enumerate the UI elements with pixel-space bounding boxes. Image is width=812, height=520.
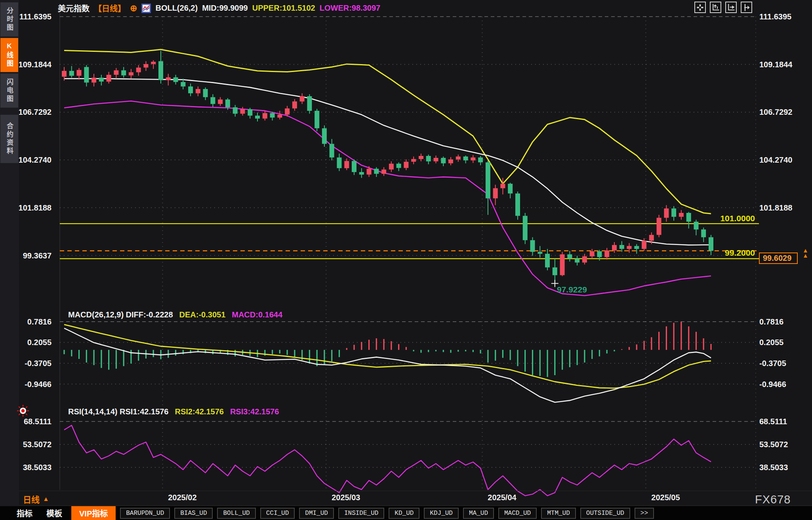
sidebar-item-2[interactable]: K线图 xyxy=(0,38,18,72)
rsi2-value: RSI2:42.1576 xyxy=(175,407,224,416)
y-axis-tick-left: -0.9466 xyxy=(15,380,51,389)
y-axis-tick-right: 101.8188 xyxy=(759,203,792,213)
tab-15[interactable]: OUTSIDE_UD xyxy=(580,508,630,519)
x-axis-month-label: 2025/04 xyxy=(488,493,516,502)
tab-9[interactable]: INSIDE_UD xyxy=(338,508,384,519)
tab-16[interactable]: >> xyxy=(635,508,654,519)
period-tag[interactable]: 【日线】 xyxy=(94,2,126,14)
macd-dea-value: DEA:-0.3051 xyxy=(179,310,226,319)
rsi-title: RSI(14,14,14) xyxy=(68,407,118,416)
y-axis-tick-left: 111.6395 xyxy=(15,12,51,21)
mini-chart-icon[interactable] xyxy=(141,4,151,13)
separator xyxy=(0,491,812,491)
axis-zoom-in-icon[interactable] xyxy=(710,2,721,13)
pane-grid-icon[interactable] xyxy=(694,2,706,13)
y-axis-tick-right: 104.2740 xyxy=(759,155,792,165)
y-axis-tick-left: 0.7816 xyxy=(15,317,51,326)
tab-7[interactable]: CCI_UD xyxy=(260,508,295,519)
tab-13[interactable]: MACD_UD xyxy=(498,508,537,519)
axis-play-icon[interactable] xyxy=(725,2,737,13)
macd-macd-value: MACD:0.1644 xyxy=(232,310,282,319)
symbol-name: 美元指数 xyxy=(58,2,90,14)
indicator-tab-bar: 指标模板VIP指标BARUPDN_UDBIAS_UDBOLL_UDCCI_UDD… xyxy=(0,506,812,520)
macd-header: MACD(26,12,9) DIFF:-0.2228 DEA:-0.3051 M… xyxy=(68,310,282,319)
x-axis-month-label: 2025/05 xyxy=(651,493,680,502)
y-axis-tick-left: -0.3705 xyxy=(15,359,51,368)
tab-5[interactable]: BIAS_UD xyxy=(174,508,213,519)
period-selector[interactable]: 日线 ▲ xyxy=(23,493,49,505)
sidebar-item-1[interactable]: 分时图 xyxy=(0,2,18,36)
y-axis-tick-left: 0.2055 xyxy=(15,338,51,347)
low-price-annotation: 97.9229 xyxy=(557,285,587,294)
y-axis-tick-right: 53.5072 xyxy=(759,440,788,449)
y-axis-tick-right: -0.3705 xyxy=(759,359,786,368)
left-sidebar: 分时图K线图闪电图合约资料 xyxy=(0,0,19,506)
tab-11[interactable]: KDJ_UD xyxy=(424,508,459,519)
trading-app-window: 分时图K线图闪电图合约资料 美元指数 【日线】 ⊕ BOLL(26,2) MID… xyxy=(0,0,812,520)
chart-toolbar xyxy=(694,2,752,13)
hline-101-label: 101.0000 xyxy=(720,214,755,223)
y-axis-tick-left: 104.2740 xyxy=(15,155,51,165)
y-axis-tick-right: 111.6395 xyxy=(759,12,791,21)
tab-10[interactable]: KD_UD xyxy=(389,508,419,519)
macd-title: MACD(26,12,9) xyxy=(68,310,124,319)
y-axis-tick-right: 0.2055 xyxy=(759,338,783,347)
rsi-header: RSI(14,14,14) RSI1:42.1576 RSI2:42.1576 … xyxy=(68,407,279,416)
tab-8[interactable]: DMI_UD xyxy=(299,508,334,519)
boll-indicator-label: BOLL(26,2) xyxy=(155,4,198,13)
boll-upper-value: UPPER:101.5102 xyxy=(252,4,315,13)
y-axis-tick-left: 99.3637 xyxy=(15,251,51,260)
tab-6[interactable]: BOLL_UD xyxy=(217,508,255,519)
last-price-box: 99.6029 xyxy=(759,252,798,264)
y-axis-tick-left: 101.8188 xyxy=(15,203,51,213)
y-axis-tick-right: 68.5111 xyxy=(759,417,787,426)
period-text: 日线 xyxy=(23,493,40,505)
y-axis-tick-right: 109.1844 xyxy=(759,60,792,69)
x-axis-month-label: 2025/03 xyxy=(332,493,360,502)
separator xyxy=(0,505,812,506)
sidebar-item-3[interactable]: 闪电图 xyxy=(0,74,18,108)
main-chart-header: 美元指数 【日线】 ⊕ BOLL(26,2) MID:99.9099 UPPER… xyxy=(58,2,380,14)
boll-mid-value: MID:99.9099 xyxy=(202,4,248,13)
y-axis-tick-right: 106.7292 xyxy=(759,107,792,117)
y-axis-tick-left: 106.7292 xyxy=(15,107,51,117)
pan-right-icon[interactable] xyxy=(741,2,752,13)
tab-3[interactable]: VIP指标 xyxy=(71,506,116,520)
tab-14[interactable]: MTM_UD xyxy=(541,508,576,519)
tab-2[interactable]: 模板 xyxy=(42,507,67,519)
period-arrow-icon: ▲ xyxy=(43,495,49,503)
alarm-icon[interactable] xyxy=(16,404,30,419)
y-axis-tick-right: 38.5033 xyxy=(759,463,788,472)
boll-lower-value: LOWER:98.3097 xyxy=(320,4,380,13)
tab-12[interactable]: MA_UD xyxy=(463,508,494,519)
chart-canvas[interactable] xyxy=(0,0,812,520)
y-axis-tick-right: -0.9466 xyxy=(759,380,786,389)
macd-diff-value: DIFF:-0.2228 xyxy=(126,310,173,319)
y-axis-tick-left: 109.1844 xyxy=(15,60,51,69)
y-axis-tick-left: 53.5072 xyxy=(15,440,51,449)
x-axis-month-label: 2025/02 xyxy=(168,493,196,502)
link-icon[interactable]: ⊕ xyxy=(130,3,137,13)
price-up-arrows-icon[interactable]: ▲▲ xyxy=(802,248,808,258)
sidebar-item-4[interactable]: 合约资料 xyxy=(0,115,18,163)
y-axis-tick-left: 38.5033 xyxy=(15,463,51,472)
tab-4[interactable]: BARUPDN_UD xyxy=(120,508,170,519)
hline-992-label: 99.2000 xyxy=(725,248,755,258)
brand-watermark: FX678 xyxy=(755,493,791,506)
y-axis-tick-right: 0.7816 xyxy=(759,317,783,326)
tab-1[interactable]: 指标 xyxy=(12,507,37,519)
rsi3-value: RSI3:42.1576 xyxy=(230,407,279,416)
rsi1-value: RSI1:42.1576 xyxy=(120,407,168,416)
